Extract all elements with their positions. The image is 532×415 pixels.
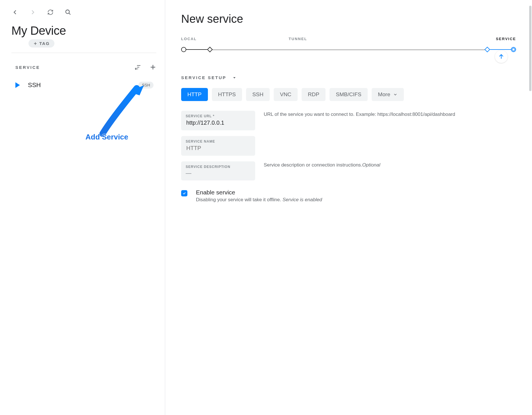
step-node-local: [181, 47, 186, 52]
scrollbar[interactable]: [529, 6, 531, 91]
svg-point-0: [66, 10, 69, 14]
service-setup-toggle[interactable]: SERVICE SETUP: [181, 75, 516, 80]
chip-rdp[interactable]: RDP: [302, 88, 326, 101]
play-icon: [15, 82, 20, 88]
chip-vnc[interactable]: VNC: [274, 88, 298, 101]
forward-icon: [29, 9, 36, 16]
chip-smbcifs[interactable]: SMB/CIFS: [330, 88, 368, 101]
service-item-ssh[interactable]: SSH SSH: [11, 76, 156, 94]
check-icon: [182, 191, 186, 195]
nav-row: [11, 9, 156, 16]
step-service: SERVICE: [496, 37, 516, 41]
add-service-icon[interactable]: [150, 64, 156, 71]
enable-service-checkbox[interactable]: [181, 190, 187, 196]
service-url-field[interactable]: SERVICE URL *: [181, 111, 255, 130]
sort-icon[interactable]: [134, 64, 141, 71]
step-tunnel: TUNNEL: [289, 37, 307, 41]
refresh-icon[interactable]: [47, 9, 54, 16]
service-desc-help: Service description or connection instru…: [264, 161, 516, 169]
service-name-input[interactable]: [186, 145, 251, 152]
service-name-field[interactable]: SERVICE NAME: [181, 136, 255, 156]
add-tag-button[interactable]: TAG: [28, 39, 54, 48]
enable-service-text: Enable service Disabling your service wi…: [196, 189, 322, 203]
chip-http[interactable]: HTTP: [181, 88, 208, 101]
step-node-service: [511, 47, 516, 52]
chip-ssh[interactable]: SSH: [246, 88, 270, 101]
step-node-diamond: [484, 47, 490, 52]
service-section-label: SERVICE: [15, 65, 40, 70]
service-section-header: SERVICE: [11, 62, 156, 76]
service-name-label: SERVICE NAME: [186, 139, 251, 143]
service-item-type-chip: SSH: [138, 82, 154, 89]
back-icon[interactable]: [11, 9, 19, 16]
scroll-up-button[interactable]: [495, 50, 508, 63]
device-title: My Device: [11, 24, 156, 38]
enable-service-title: Enable service: [196, 189, 322, 196]
service-desc-placeholder: —: [186, 170, 251, 176]
right-panel: New service LOCAL TUNNEL SERVICE SERVIC: [165, 0, 532, 415]
enable-service-subtitle: Disabling your service will take it offl…: [196, 197, 283, 202]
service-setup-label: SERVICE SETUP: [181, 75, 226, 80]
step-local: LOCAL: [181, 37, 197, 41]
chip-more[interactable]: More: [372, 88, 404, 101]
stepper-track: [181, 47, 516, 52]
tag-chip-label: TAG: [39, 41, 50, 46]
step-node-tunnel: [207, 47, 213, 52]
enable-service-status: Service is enabled: [283, 197, 322, 202]
service-desc-field[interactable]: SERVICE DESCRIPTION —: [181, 161, 255, 180]
service-type-chips: HTTP HTTPS SSH VNC RDP SMB/CIFS More: [181, 88, 516, 101]
left-panel: My Device TAG SERVICE SSH SSH: [0, 0, 165, 415]
annotation-label: Add Service: [85, 133, 128, 141]
service-desc-label: SERVICE DESCRIPTION: [186, 165, 251, 169]
service-item-name: SSH: [28, 81, 41, 89]
stepper: LOCAL TUNNEL SERVICE: [181, 37, 516, 52]
plus-icon: [33, 41, 38, 46]
chevron-down-icon: [232, 75, 237, 80]
divider: [11, 53, 156, 53]
service-url-help: URL of the service you want to connect t…: [264, 111, 516, 118]
chevron-down-icon: [393, 92, 398, 97]
search-icon[interactable]: [64, 9, 72, 16]
page-title: New service: [181, 13, 516, 25]
svg-line-1: [69, 13, 71, 15]
chip-https[interactable]: HTTPS: [212, 88, 242, 101]
app-root: My Device TAG SERVICE SSH SSH: [0, 0, 532, 415]
service-url-input[interactable]: [186, 119, 251, 126]
service-url-label: SERVICE URL *: [186, 114, 251, 118]
svg-marker-11: [233, 77, 236, 79]
